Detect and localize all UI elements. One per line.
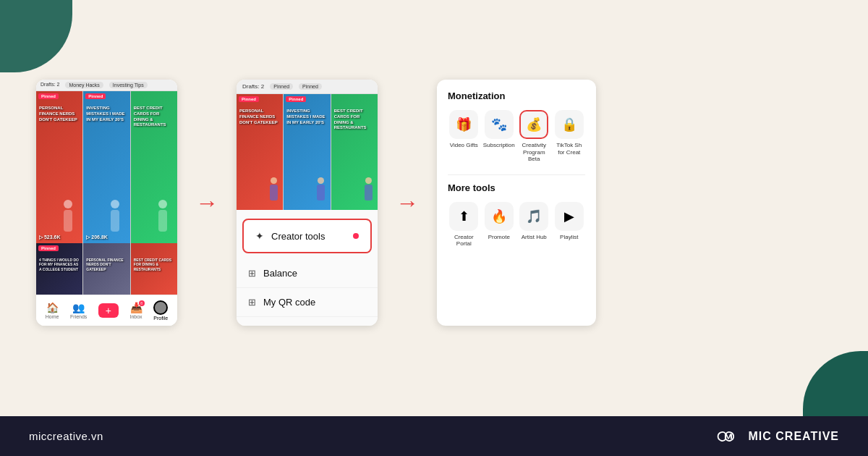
nav-friends[interactable]: 👥 Friends <box>70 302 87 319</box>
video6-text: BEST CREDIT CARDS FOR DINING & RESTAURAN… <box>134 258 174 272</box>
video-grid-top-2: Pinned PERSONAL FINANCE NERDS DON'T GATE… <box>237 94 378 210</box>
qr-code-icon: ⊞ <box>248 297 256 308</box>
pinned-tab-2[interactable]: Pinned <box>299 83 322 90</box>
friends-label: Friends <box>70 314 87 319</box>
footer-url: miccreative.vn <box>29 430 103 442</box>
s2-video3-text: BEST CREDIT CARDS FOR DINING & RESTAURAN… <box>334 109 375 131</box>
home-icon: 🏠 <box>46 302 59 313</box>
arrow-1: → <box>195 190 218 216</box>
phone-screen-2: Drafts: 2 Pinned Pinned Pinned PERSONAL … <box>237 80 378 326</box>
s2-video-2[interactable]: Pinned INVESTING MISTAKES I MADE IN MY E… <box>284 94 330 210</box>
video-grid-bottom: Pinned 4 THINGS I WOULD DO FOR MY FINANC… <box>36 243 177 295</box>
inbox-label: Inbox <box>130 314 142 319</box>
s2-pinned-1: Pinned <box>239 96 259 102</box>
more-tools-title: More tools <box>448 182 585 193</box>
video-thumb-4[interactable]: Pinned 4 THINGS I WOULD DO FOR MY FINANC… <box>36 243 82 295</box>
video1-stats: ▷ 523.6K <box>39 235 61 240</box>
balance-label: Balance <box>263 268 297 279</box>
separator <box>448 174 585 175</box>
mon-creativity-program[interactable]: 💰 Creativity Program Beta <box>518 110 550 163</box>
video-thumb-2[interactable]: Pinned INVESTING MISTAKES I MADE IN MY E… <box>83 91 129 243</box>
tiktok-shop-icon-box: 🔒 <box>555 110 584 139</box>
pinned-badge-3: Pinned <box>38 245 59 251</box>
nav-home[interactable]: 🏠 Home <box>46 302 59 319</box>
profile-label: Profile <box>153 316 168 321</box>
money-hacks-tab[interactable]: Money Hacks <box>65 82 103 88</box>
video-thumb-6[interactable]: BEST CREDIT CARDS FOR DINING & RESTAURAN… <box>131 243 177 295</box>
video-gifts-label: Video Gifts <box>450 142 478 149</box>
creator-tools-menu-item[interactable]: ✦ Creator tools <box>242 219 372 253</box>
video4-text: 4 THINGS I WOULD DO FOR MY FINANCES AS A… <box>39 258 80 272</box>
mon-tiktok-shop[interactable]: 🔒 TikTok Sh for Creat <box>553 110 586 163</box>
inbox-badge-count: 8 <box>139 300 145 306</box>
phone-screen-1: Drafts: 2 Money Hacks Investing Tips Pin… <box>36 80 177 326</box>
nav-profile[interactable]: Profile <box>153 300 168 321</box>
playlist-label: Playlist <box>560 234 578 241</box>
tool-promote[interactable]: 🔥 Promote <box>483 202 516 248</box>
arrow-2: → <box>396 190 419 216</box>
drafts-bar: Drafts: 2 Money Hacks Investing Tips <box>36 80 177 91</box>
mic-creative-logo-icon <box>715 428 741 445</box>
balance-menu-item[interactable]: ⊞ Balance <box>237 259 378 288</box>
qr-code-menu-item[interactable]: ⊞ My QR code <box>237 288 378 317</box>
nav-inbox[interactable]: 📥 8 Inbox <box>130 302 142 319</box>
tiktok-shop-label: TikTok Sh for Creat <box>553 142 586 156</box>
s2-video-1[interactable]: Pinned PERSONAL FINANCE NERDS DON'T GATE… <box>237 94 283 210</box>
drafts-bar-2: Drafts: 2 Pinned Pinned <box>237 80 378 94</box>
playlist-icon-box: ▶ <box>555 202 584 231</box>
artist-hub-label: Artist Hub <box>522 234 547 241</box>
creator-tools-screen: Drafts: 2 Pinned Pinned Pinned PERSONAL … <box>237 80 378 326</box>
video-thumb-5[interactable]: PERSONAL FINANCE NERDS DON'T GATEKEEP <box>83 243 129 295</box>
main-content: Drafts: 2 Money Hacks Investing Tips Pin… <box>36 80 832 326</box>
investing-tips-tab[interactable]: Investing Tips <box>109 82 148 88</box>
mon-video-gifts[interactable]: 🎁 Video Gifts <box>448 110 480 163</box>
promote-label: Promote <box>488 234 510 241</box>
pinned-badge-2: Pinned <box>85 93 106 99</box>
corner-decoration-br <box>803 351 868 416</box>
s2-video2-text: INVESTING MISTAKES I MADE IN MY EARLY 20… <box>286 109 327 125</box>
nav-bar: 🏠 Home 👥 Friends + 📥 8 Inbox <box>36 295 177 326</box>
creativity-program-icon-box: 💰 <box>519 110 548 139</box>
nav-add[interactable]: + <box>98 303 119 318</box>
promote-icon-box: 🔥 <box>485 202 514 231</box>
qr-code-label: My QR code <box>263 297 315 308</box>
footer-brand: MIC CREATIVE <box>715 428 839 445</box>
s2-video1-text: PERSONAL FINANCE NERDS DON'T GATEKEEP <box>239 109 280 125</box>
drafts-label: Drafts: 2 <box>41 82 59 88</box>
monetization-panel: Monetization 🎁 Video Gifts 🐾 Subscriptio… <box>437 80 596 326</box>
video-grid-top: Pinned PERSONAL FINANCE NERDS DON'T GATE… <box>36 91 177 243</box>
artist-hub-icon-box: 🎵 <box>519 202 548 231</box>
monetization-title: Monetization <box>448 90 585 101</box>
video-thumb-1[interactable]: Pinned PERSONAL FINANCE NERDS DON'T GATE… <box>36 91 82 243</box>
brand-name: MIC CREATIVE <box>749 430 839 443</box>
video1-text: PERSONAL FINANCE NERDS DON'T GATEKEEP <box>39 106 80 122</box>
pinned-tab[interactable]: Pinned <box>270 83 293 90</box>
pinned-badge-1: Pinned <box>38 93 59 99</box>
tool-creator-portal[interactable]: ⬆ Creator Portal <box>448 202 480 248</box>
creator-portal-icon-box: ⬆ <box>449 202 478 231</box>
video2-stats: ▷ 206.8K <box>86 235 108 240</box>
creativity-program-label: Creativity Program Beta <box>518 142 550 163</box>
video-thumb-3[interactable]: BEST CREDIT CARDS FOR DINING & RESTAURAN… <box>131 91 177 243</box>
subscription-icon-box: 🐾 <box>485 110 514 139</box>
profile-active-ring <box>153 300 168 315</box>
balance-icon: ⊞ <box>248 268 256 279</box>
mon-subscription[interactable]: 🐾 Subscription <box>483 110 516 163</box>
friends-icon: 👥 <box>72 302 85 313</box>
s2-video-3[interactable]: BEST CREDIT CARDS FOR DINING & RESTAURAN… <box>331 94 378 210</box>
video3-text: BEST CREDIT CARDS FOR DINING & RESTAURAN… <box>134 106 174 128</box>
add-button[interactable]: + <box>98 303 119 318</box>
subscription-label: Subscription <box>483 142 515 149</box>
profile-avatar <box>153 300 168 315</box>
creator-tools-menu-icon: ✦ <box>255 230 264 242</box>
video2-text: INVESTING MISTAKES I MADE IN MY EARLY 20… <box>86 106 127 122</box>
tool-artist-hub[interactable]: 🎵 Artist Hub <box>518 202 550 248</box>
tiktok-profile-screen: Drafts: 2 Money Hacks Investing Tips Pin… <box>36 80 177 326</box>
tool-playlist[interactable]: ▶ Playlist <box>553 202 586 248</box>
creator-tools-notification-dot <box>353 233 359 239</box>
drafts-label-2: Drafts: 2 <box>242 83 264 90</box>
video5-text: PERSONAL FINANCE NERDS DON'T GATEKEEP <box>86 258 127 272</box>
more-tools-grid: ⬆ Creator Portal 🔥 Promote 🎵 Artist Hub … <box>448 202 585 248</box>
video-gifts-icon-box: 🎁 <box>449 110 478 139</box>
monetization-grid: 🎁 Video Gifts 🐾 Subscription 💰 Creativit… <box>448 110 585 163</box>
